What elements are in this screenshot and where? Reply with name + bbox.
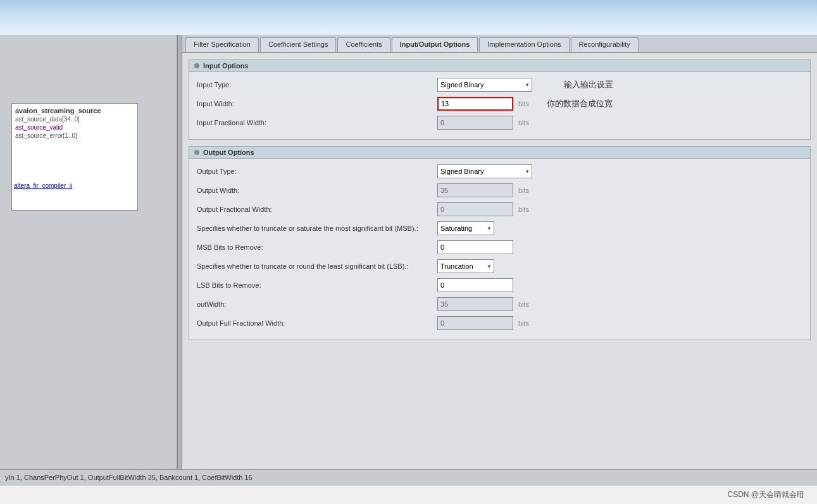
output-width-field	[437, 183, 513, 197]
lsb-bits-row: LSB Bits to Remove:	[197, 278, 802, 293]
diagram-line-2: ast_source_valid	[15, 124, 134, 131]
input-fractional-width-row: Input Fractional Width: bits	[197, 115, 802, 130]
msb-bits-row: MSB Bits to Remove:	[197, 240, 802, 255]
tab-implementation-options[interactable]: Implementation Options	[479, 37, 569, 52]
saturate-select-wrapper: Saturating Truncation	[437, 221, 494, 235]
msb-bits-label: MSB Bits to Remove:	[197, 243, 437, 251]
annotation-2: 你的数据合成位宽	[547, 98, 613, 109]
tab-filter-specification[interactable]: Filter Specification	[185, 37, 259, 52]
input-width-row: Input Width: bits 你的数据合成位宽	[197, 96, 802, 111]
output-full-fractional-unit: bits	[518, 319, 534, 327]
diagram-title: avalon_streaming_source	[15, 107, 134, 114]
truncate-saturate-control: Saturating Truncation	[437, 221, 494, 235]
input-fractional-width-field[interactable]	[437, 116, 513, 130]
output-type-control: Signed Binary Unsigned Binary	[437, 164, 532, 178]
out-width-label: outWidth:	[197, 300, 437, 308]
tab-reconfigurability[interactable]: Reconfigurability	[571, 37, 639, 52]
output-type-row: Output Type: Signed Binary Unsigned Bina…	[197, 164, 802, 179]
input-options-body: Input Type: Signed Binary Unsigned Binar…	[189, 72, 810, 139]
output-section-dot	[194, 150, 199, 155]
diagram-line-3: ast_source_error[1..0]	[15, 132, 134, 139]
out-width-row: outWidth: bits	[197, 297, 802, 312]
truncation-select[interactable]: Truncation Round	[437, 259, 494, 273]
output-type-select[interactable]: Signed Binary Unsigned Binary	[437, 164, 532, 178]
diagram-box: avalon_streaming_source ast_source_data[…	[11, 103, 138, 211]
input-type-label: Input Type:	[197, 81, 437, 89]
status-bar: yIn 1, ChansPerPhyOut 1, OutputFullBitWi…	[0, 469, 817, 485]
lsb-bits-label: LSB Bits to Remove:	[197, 281, 437, 289]
output-type-label: Output Type:	[197, 168, 437, 175]
input-options-title: Input Options	[203, 62, 248, 70]
input-fractional-width-label: Input Fractional Width:	[197, 119, 437, 126]
tab-coefficient-settings[interactable]: Coefficient Settings	[260, 37, 337, 52]
right-content: Filter Specification Coefficient Setting…	[182, 35, 817, 469]
input-type-select[interactable]: Signed Binary Unsigned Binary	[437, 78, 532, 92]
output-type-select-wrapper: Signed Binary Unsigned Binary	[437, 164, 532, 178]
truncate-round-control: Truncation Round	[437, 259, 494, 273]
main-layout: avalon_streaming_source ast_source_data[…	[0, 35, 817, 469]
out-width-unit: bits	[518, 300, 534, 308]
output-full-fractional-label: Output Full Fractional Width:	[197, 319, 437, 327]
lsb-bits-control	[437, 278, 513, 292]
output-width-row: Output Width: bits	[197, 183, 802, 198]
annotation-1: 输入输出设置	[564, 79, 613, 90]
output-width-unit: bits	[518, 187, 534, 194]
input-fractional-unit: bits	[518, 119, 534, 126]
output-width-label: Output Width:	[197, 187, 437, 194]
msb-bits-control	[437, 240, 513, 254]
output-options-body: Output Type: Signed Binary Unsigned Bina…	[189, 159, 810, 340]
truncation-select-wrapper: Truncation Round	[437, 259, 494, 273]
tab-input-output-options[interactable]: Input/Output Options	[392, 37, 478, 52]
diagram-line-1: ast_source_data[34..0]	[15, 116, 134, 123]
panel-content: Input Options Input Type: Signed Binary …	[182, 53, 817, 469]
watermark-bar: CSDN @天会晴就会暗	[0, 485, 817, 504]
input-fractional-control: bits	[437, 116, 534, 130]
watermark-text: CSDN @天会晴就会暗	[727, 489, 804, 500]
lsb-bits-field[interactable]	[437, 278, 513, 292]
input-width-field[interactable]	[437, 97, 513, 111]
output-width-control: bits	[437, 183, 534, 197]
output-full-fractional-row: Output Full Fractional Width: bits	[197, 316, 802, 331]
output-options-section: Output Options Output Type: Signed Binar…	[189, 146, 811, 340]
output-fractional-label: Output Fractional Width:	[197, 206, 437, 213]
left-sidebar: avalon_streaming_source ast_source_data[…	[0, 35, 177, 469]
output-options-header: Output Options	[189, 147, 810, 159]
output-full-fractional-control: bits	[437, 316, 534, 330]
input-type-control: Signed Binary Unsigned Binary	[437, 78, 532, 92]
tab-coefficients[interactable]: Coefficients	[337, 37, 390, 52]
input-width-unit: bits	[518, 100, 534, 108]
output-fractional-field	[437, 202, 513, 216]
top-bar	[0, 0, 817, 35]
output-fractional-control: bits	[437, 202, 534, 216]
diagram-box-inner: avalon_streaming_source ast_source_data[…	[12, 104, 137, 142]
truncate-saturate-row: Specifies whether to truncate or saturat…	[197, 221, 802, 236]
input-width-control: bits	[437, 97, 534, 111]
input-type-select-wrapper: Signed Binary Unsigned Binary	[437, 78, 532, 92]
msb-bits-field[interactable]	[437, 240, 513, 254]
input-options-section: Input Options Input Type: Signed Binary …	[189, 59, 811, 140]
saturate-select[interactable]: Saturating Truncation	[437, 221, 494, 235]
out-width-field	[437, 297, 513, 311]
divider-handle[interactable]	[177, 35, 182, 469]
sidebar-content: avalon_streaming_source ast_source_data[…	[0, 35, 177, 216]
section-dot	[194, 63, 199, 68]
output-options-title: Output Options	[203, 149, 254, 156]
tab-bar: Filter Specification Coefficient Setting…	[182, 35, 817, 53]
out-width-control: bits	[437, 297, 534, 311]
truncate-round-label: Specifies whether to truncate or round t…	[197, 262, 437, 270]
input-options-header: Input Options	[189, 60, 810, 72]
truncate-round-row: Specifies whether to truncate or round t…	[197, 259, 802, 274]
diagram-link[interactable]: altera_fir_compiler_ii	[12, 180, 137, 191]
output-fractional-unit: bits	[518, 206, 534, 213]
input-type-row: Input Type: Signed Binary Unsigned Binar…	[197, 77, 802, 92]
output-full-fractional-field	[437, 316, 513, 330]
output-fractional-row: Output Fractional Width: bits	[197, 202, 802, 217]
input-width-label: Input Width:	[197, 100, 437, 108]
status-text: yIn 1, ChansPerPhyOut 1, OutputFullBitWi…	[5, 474, 253, 481]
truncate-saturate-label: Specifies whether to truncate or saturat…	[197, 224, 437, 232]
